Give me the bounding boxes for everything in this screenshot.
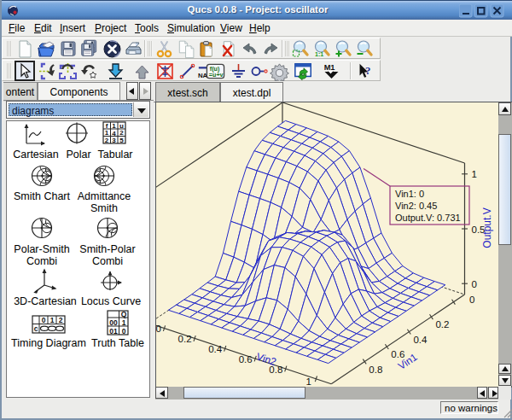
svg-text:Vin2: Vin2	[255, 350, 278, 368]
svg-text:3: 3	[112, 137, 116, 144]
svg-text:Q: Q	[121, 310, 127, 318]
svg-text:Vin2: 0.45: Vin2: 0.45	[395, 201, 437, 211]
svg-text:2: 2	[59, 316, 63, 324]
svg-text:Output.V: Output.V	[481, 207, 493, 248]
svg-text:0.6: 0.6	[239, 354, 253, 365]
svg-text:Vin1: 0: Vin1: 0	[395, 189, 424, 199]
svg-text:1: 1	[122, 318, 126, 327]
svg-text:1:1: 1:1	[315, 51, 323, 57]
svg-text:5: 5	[119, 137, 124, 144]
svg-text:00: 00	[109, 318, 118, 327]
svg-text:0: 0	[469, 295, 474, 305]
svg-text:0: 0	[122, 327, 126, 335]
svg-text:01: 01	[109, 327, 118, 335]
svg-text:=u+v: =u+v	[209, 72, 224, 79]
svg-text:1: 1	[472, 169, 477, 179]
svg-text:0: 0	[472, 279, 477, 289]
svg-text:0.4: 0.4	[208, 344, 223, 354]
svg-text:M1: M1	[324, 63, 335, 72]
svg-text:Output.V: 0.731: Output.V: 0.731	[395, 213, 461, 223]
svg-text:1: 1	[306, 376, 311, 387]
svg-text:0.4: 0.4	[413, 335, 428, 345]
svg-text:0: 0	[42, 316, 46, 324]
svg-text:1: 1	[50, 316, 55, 324]
svg-text:0.8: 0.8	[369, 365, 382, 375]
svg-text:0.2: 0.2	[435, 319, 449, 330]
svg-text:0: 0	[156, 324, 161, 334]
svg-text:c: c	[34, 324, 38, 333]
svg-text:2: 2	[119, 129, 124, 137]
svg-text:2: 2	[105, 137, 109, 144]
svg-text:?: ?	[365, 65, 370, 77]
svg-text:1: 1	[105, 129, 109, 137]
svg-text:0.2: 0.2	[178, 334, 192, 344]
